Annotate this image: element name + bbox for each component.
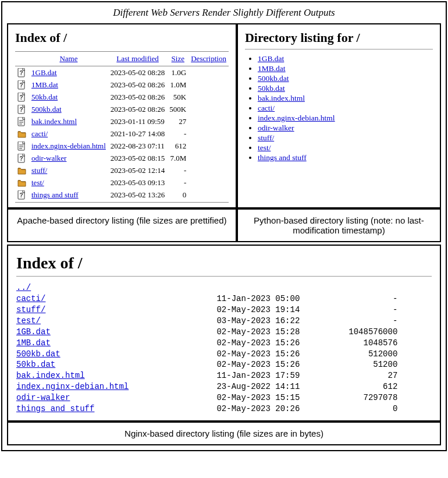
file-link[interactable]: odir-walker [16, 393, 70, 402]
unknown-file-icon [15, 189, 29, 203]
modified-cell: 2023-01-11 09:59 [108, 115, 168, 128]
description-cell [189, 189, 229, 203]
col-icon [15, 52, 29, 66]
file-link[interactable]: stuff/ [16, 305, 45, 314]
description-cell [189, 115, 229, 128]
sort-name-link[interactable]: Name [59, 54, 77, 63]
file-name-cell: bak.index.html [29, 115, 108, 128]
file-name-cell: stuff/ [29, 164, 108, 176]
apache-heading: Index of / [15, 30, 229, 45]
file-link[interactable]: 1GB.dat [16, 327, 51, 337]
sort-modified-link[interactable]: Last modified [116, 54, 159, 63]
file-link[interactable]: index.nginx-debian.html [16, 382, 129, 391]
list-item: cacti/ [258, 104, 433, 113]
size-cell: - [167, 164, 189, 176]
file-link[interactable]: test/ [16, 316, 41, 325]
apache-table: Name Last modified Size Description 1GB.… [15, 51, 229, 203]
size-cell: - [167, 176, 189, 189]
unknown-file-icon [15, 91, 29, 103]
file-link[interactable]: 1GB.dat [31, 68, 57, 77]
size-cell: 612 [167, 140, 189, 152]
file-link[interactable]: stuff/ [31, 166, 47, 175]
table-row: 50kb.dat2023-05-02 08:2650K [15, 91, 229, 103]
python-caption: Python-based directory listing (note: no… [237, 208, 441, 242]
file-link[interactable]: bak.index.html [258, 94, 305, 102]
file-link[interactable]: 1MB.dat [258, 64, 286, 73]
file-link[interactable]: 500kb.dat [16, 349, 61, 359]
size-cell: 27 [167, 115, 189, 128]
list-item: 500kb.dat [258, 74, 433, 83]
table-row: odir-walker2023-05-02 08:157.0M [15, 152, 229, 164]
file-name-cell: test/ [29, 176, 108, 189]
size-cell: 1.0M [167, 79, 189, 91]
file-link[interactable]: 1MB.dat [16, 338, 51, 348]
nginx-panel: Index of / ../ cacti/ 11-Jan-2023 05:00 … [7, 245, 441, 422]
file-link[interactable]: 50kb.dat [258, 84, 285, 93]
list-item: test/ [258, 143, 433, 153]
folder-file-icon [15, 176, 29, 189]
file-link[interactable]: odir-walker [31, 154, 66, 162]
file-link[interactable]: index.nginx-debian.html [258, 114, 335, 122]
file-name-cell: things and stuff [29, 189, 108, 203]
modified-cell: 2023-05-02 08:26 [108, 79, 168, 91]
modified-cell: 2023-05-02 08:26 [108, 103, 168, 115]
modified-cell: 2021-10-27 14:08 [108, 128, 168, 140]
table-row: bak.index.html2023-01-11 09:5927 [15, 115, 229, 128]
table-row: test/2023-05-03 09:13- [15, 176, 229, 189]
modified-cell: 2023-05-03 09:13 [108, 176, 168, 189]
unknown-file-icon [15, 152, 29, 164]
figure-container: Different Web Servers Render Slightly Di… [1, 1, 447, 451]
file-link[interactable]: 1GB.dat [258, 54, 284, 63]
table-row: 500kb.dat2023-05-02 08:26500K [15, 103, 229, 115]
size-cell: - [167, 128, 189, 140]
modified-cell: 2023-05-02 08:28 [108, 66, 168, 79]
file-link[interactable]: 500kb.dat [31, 105, 62, 114]
file-link[interactable]: index.nginx-debian.html [31, 141, 106, 150]
table-row: cacti/2021-10-27 14:08- [15, 128, 229, 140]
file-link[interactable]: cacti/ [31, 129, 48, 138]
file-link[interactable]: 50kb.dat [16, 360, 55, 369]
col-modified: Last modified [108, 52, 168, 66]
unknown-file-icon [15, 103, 29, 115]
sort-size-link[interactable]: Size [172, 54, 184, 63]
col-name: Name [29, 52, 108, 66]
file-name-cell: 500kb.dat [29, 103, 108, 115]
apache-panel: Index of / Name Last modified Size Descr… [7, 23, 237, 208]
sort-desc-link[interactable]: Description [191, 54, 226, 63]
file-link[interactable]: cacti/ [258, 104, 275, 112]
unknown-file-icon [15, 66, 29, 79]
file-link[interactable]: 500kb.dat [258, 74, 289, 83]
modified-cell: 2023-05-02 08:26 [108, 91, 168, 103]
figure-title: Different Web Servers Render Slightly Di… [7, 7, 441, 19]
file-link[interactable]: stuff/ [258, 133, 274, 142]
table-row: index.nginx-debian.html2022-08-23 07:116… [15, 140, 229, 152]
file-link[interactable]: test/ [258, 143, 271, 152]
parent-dir-link[interactable]: ../ [16, 283, 31, 292]
list-item: 50kb.dat [258, 84, 433, 93]
file-link[interactable]: odir-walker [258, 123, 294, 132]
list-item: bak.index.html [258, 94, 433, 103]
file-link[interactable]: things and stuff [258, 153, 307, 162]
description-cell [189, 176, 229, 189]
nginx-block: Index of / ../ cacti/ 11-Jan-2023 05:00 … [7, 245, 441, 445]
file-link[interactable]: cacti/ [16, 294, 45, 303]
modified-cell: 2022-08-23 07:11 [108, 140, 168, 152]
nginx-hr [16, 276, 432, 277]
file-link[interactable]: bak.index.html [31, 117, 77, 126]
modified-cell: 2023-05-02 13:26 [108, 189, 168, 203]
col-desc: Description [189, 52, 229, 66]
file-name-cell: 1MB.dat [29, 79, 108, 91]
python-hr [245, 49, 433, 49]
file-name-cell: index.nginx-debian.html [29, 140, 108, 152]
description-cell [189, 66, 229, 79]
description-cell [189, 128, 229, 140]
table-row: 1MB.dat2023-05-02 08:261.0M [15, 79, 229, 91]
file-name-cell: 1GB.dat [29, 66, 108, 79]
file-link[interactable]: 50kb.dat [31, 93, 58, 101]
file-link[interactable]: things and stuff [16, 404, 94, 413]
file-link[interactable]: test/ [31, 178, 44, 187]
nginx-heading: Index of / [16, 254, 432, 272]
file-link[interactable]: 1MB.dat [31, 80, 58, 89]
file-link[interactable]: things and stuff [31, 190, 79, 199]
file-link[interactable]: bak.index.html [16, 371, 85, 380]
